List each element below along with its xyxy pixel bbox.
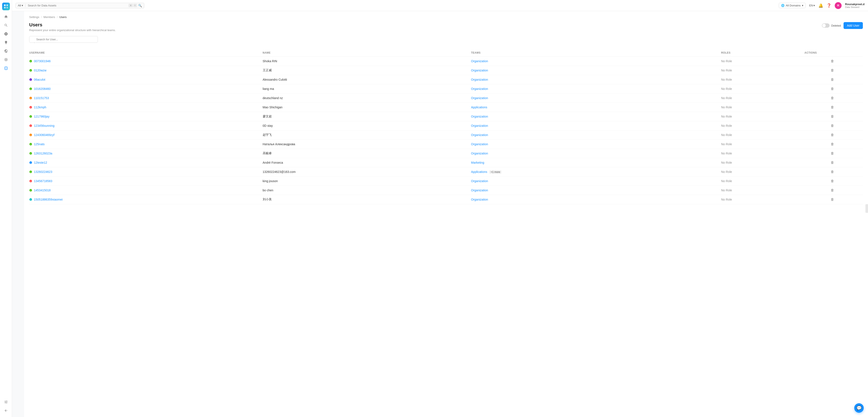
team-link[interactable]: Organization — [471, 59, 488, 63]
page-title: Users — [29, 22, 116, 28]
add-user-button[interactable]: Add User — [843, 22, 863, 29]
teams-cell: Organization — [471, 186, 721, 195]
delete-button[interactable]: 🗑 — [831, 96, 834, 100]
sidebar-item-book[interactable] — [2, 64, 10, 72]
user-avatar[interactable]: R — [835, 2, 842, 9]
delete-button[interactable]: 🗑 — [831, 59, 834, 63]
name-cell: 廖文超 — [263, 112, 471, 121]
username-link[interactable]: 12teste12 — [34, 161, 47, 164]
delete-button[interactable]: 🗑 — [831, 115, 834, 119]
team-link[interactable]: Organization — [471, 115, 488, 118]
username-link[interactable]: 06aculot — [34, 78, 45, 81]
sidebar-item-home[interactable] — [2, 13, 10, 21]
team-link[interactable]: Organization — [471, 152, 488, 155]
delete-button[interactable]: 🗑 — [831, 170, 834, 174]
sidebar-item-explore[interactable] — [2, 30, 10, 38]
sidebar-item-insights[interactable] — [2, 39, 10, 46]
username-link[interactable]: 0120wzw — [34, 69, 46, 72]
sidebar-item-globe[interactable] — [2, 47, 10, 55]
team-link[interactable]: Organization — [471, 96, 488, 100]
username-link[interactable]: 13456718583 — [34, 179, 52, 183]
username-link[interactable]: 123456sunning — [34, 124, 55, 127]
username-link[interactable]: 1453415018 — [34, 189, 51, 192]
delete-button[interactable]: 🗑 — [831, 142, 834, 146]
team-link[interactable]: Organization — [471, 87, 488, 91]
delete-button[interactable]: 🗑 — [831, 133, 834, 137]
status-indicator: i — [29, 78, 32, 81]
breadcrumb-members[interactable]: Members — [43, 15, 55, 19]
team-link[interactable]: Organization — [471, 198, 488, 201]
name-cell: 刘小美 — [263, 195, 471, 204]
notifications-icon[interactable]: 🔔 — [818, 3, 823, 8]
actions-cell: 🗑 — [804, 158, 863, 167]
chat-bubble[interactable]: 💬 — [854, 403, 864, 413]
actions-cell: 🗑 — [804, 186, 863, 195]
team-link[interactable]: Marketing — [471, 161, 484, 164]
search-filter-dropdown[interactable]: All ▾ — [18, 4, 26, 7]
svg-text:i: i — [30, 61, 31, 62]
roles-cell: No Role — [721, 66, 804, 75]
sidebar-item-search[interactable] — [2, 22, 10, 29]
user-search-input[interactable] — [29, 36, 98, 43]
table-row: i 110151753 deutschland nzOrganizationNo… — [29, 94, 863, 103]
sidebar-item-database[interactable] — [2, 56, 10, 64]
name-cell: Mao Shichigan — [263, 103, 471, 112]
help-icon[interactable]: ❓ — [827, 3, 831, 8]
username-link[interactable]: 110151753 — [34, 96, 49, 100]
users-table: USERNAME NAME TEAMS ROLES ACTIONS i 0073… — [29, 50, 863, 204]
username-link[interactable]: 1016208460 — [34, 87, 51, 91]
actions-cell: 🗑 — [804, 195, 863, 204]
team-link[interactable]: Organization — [471, 142, 488, 146]
team-link[interactable]: Organization — [471, 189, 488, 192]
team-link[interactable]: Organization — [471, 124, 488, 127]
table-row: i 123456sunning 0D stayOrganizationNo Ro… — [29, 121, 863, 130]
app-logo[interactable] — [2, 3, 10, 10]
teams-cell: Organization — [471, 57, 721, 66]
username-link[interactable]: 1243060469zyf — [34, 133, 55, 137]
username-link[interactable]: 1217960jay — [34, 115, 50, 118]
page-description: Represent your entire organizational str… — [29, 29, 116, 32]
breadcrumb-settings[interactable]: Settings — [29, 15, 39, 19]
delete-button[interactable]: 🗑 — [831, 78, 834, 82]
name-cell: 高毓睿 — [263, 149, 471, 158]
team-link[interactable]: Organization — [471, 179, 488, 183]
name-cell: André Fonseca — [263, 158, 471, 167]
team-link[interactable]: Organization — [471, 69, 488, 72]
username-link[interactable]: 15051886359xiaomei — [34, 198, 63, 201]
delete-button[interactable]: 🗑 — [831, 188, 834, 192]
roles-cell: No Role — [721, 130, 804, 140]
username-link[interactable]: 125nats — [34, 142, 44, 146]
deleted-toggle-switch[interactable] — [822, 23, 830, 28]
delete-button[interactable]: 🗑 — [831, 198, 834, 201]
team-link[interactable]: Applications — [471, 170, 488, 173]
username-link[interactable]: 1263126023a — [34, 152, 52, 155]
delete-button[interactable]: 🗑 — [831, 152, 834, 155]
username-link[interactable]: 0073001946 — [34, 59, 51, 63]
username-cell: i 123456sunning — [29, 124, 260, 127]
globe-icon: 🌐 — [781, 4, 784, 7]
delete-button[interactable]: 🗑 — [831, 105, 834, 109]
more-teams-tag: +1 more — [489, 170, 501, 174]
delete-button[interactable]: 🗑 — [831, 179, 834, 183]
team-link[interactable]: Applications — [471, 105, 488, 109]
sidebar-item-filter[interactable] — [2, 398, 10, 406]
team-link[interactable]: Organization — [471, 133, 488, 137]
actions-cell: 🗑 — [804, 149, 863, 158]
username-link[interactable]: 13260224623 — [34, 170, 52, 173]
delete-button[interactable]: 🗑 — [831, 124, 834, 128]
delete-button[interactable]: 🗑 — [831, 87, 834, 91]
username-cell: i 15051886359xiaomei — [29, 198, 260, 201]
username-link[interactable]: 112kmph — [34, 105, 46, 109]
delete-button[interactable]: 🗑 — [831, 161, 834, 164]
domain-selector[interactable]: 🌐 All Domains ▾ — [779, 3, 806, 8]
language-selector[interactable]: EN ▾ — [809, 4, 815, 7]
global-search-input[interactable] — [28, 4, 129, 7]
svg-text:i: i — [30, 171, 31, 173]
sidebar-item-back[interactable] — [2, 407, 10, 414]
table-row: i 1243060469zyf 赵宇飞OrganizationNo Role🗑 — [29, 130, 863, 140]
right-edge-handle[interactable] — [865, 204, 868, 213]
table-row: i 13456718583 king jousonOrganizationNo … — [29, 177, 863, 186]
delete-button[interactable]: 🗑 — [831, 68, 834, 72]
table-row: i 1263126023a 高毓睿OrganizationNo Role🗑 — [29, 149, 863, 158]
team-link[interactable]: Organization — [471, 78, 488, 81]
